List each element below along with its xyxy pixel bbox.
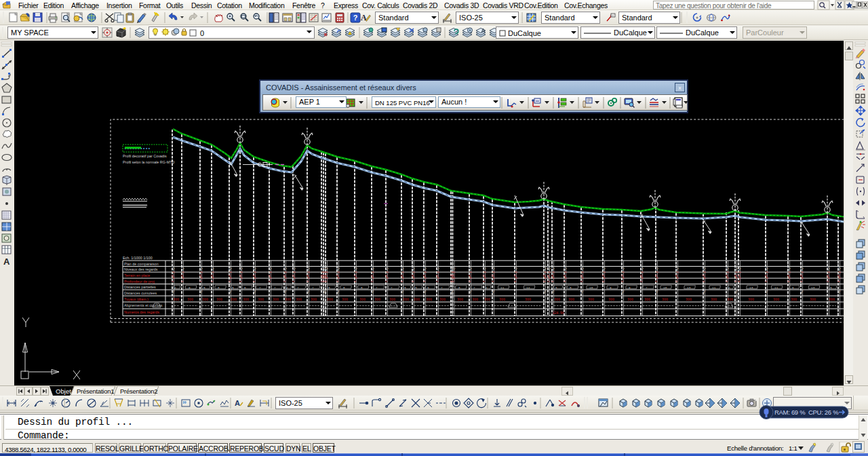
svg-text:Présentation2: Présentation2: [120, 387, 157, 395]
svg-text:A: A: [3, 256, 10, 267]
svg-text:RAM: 69 % CPU: 26 %: RAM: 69 % CPU: 26 %: [774, 408, 839, 416]
svg-text:Objet: Objet: [56, 387, 71, 395]
svg-text:?: ?: [353, 14, 358, 22]
svg-text:A: A: [235, 399, 240, 407]
svg-text:0: 0: [200, 29, 204, 37]
svg-text:Présentation1: Présentation1: [77, 387, 114, 395]
svg-text:01: 01: [184, 400, 188, 404]
